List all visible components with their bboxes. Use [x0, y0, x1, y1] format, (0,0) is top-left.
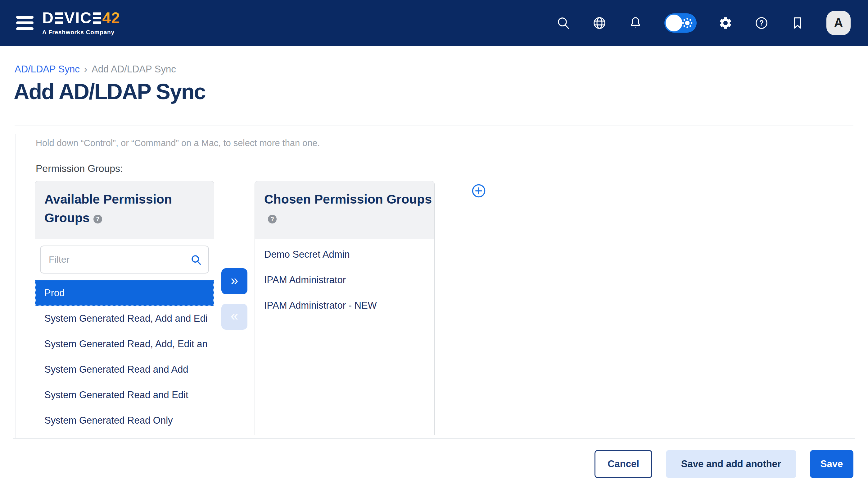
chosen-option[interactable]: Demo Secret Admin: [255, 242, 434, 267]
available-option[interactable]: System Generated Read and Add: [35, 357, 214, 382]
chosen-options: Demo Secret Admin IPAM Administrator IPA…: [255, 242, 434, 318]
brand-logo-text: D VIC 42: [42, 10, 120, 26]
chosen-option[interactable]: IPAM Administrator - NEW: [255, 293, 434, 318]
breadcrumb: AD/LDAP Sync › Add AD/LDAP Sync: [14, 64, 176, 75]
help-icon[interactable]: ?: [754, 16, 769, 30]
save-and-add-another-button[interactable]: Save and add another: [666, 450, 796, 478]
topbar-icon-row: ? A: [556, 0, 850, 46]
bookmark-icon[interactable]: [790, 16, 805, 30]
logo-e-bars-icon: [93, 12, 101, 24]
chosen-option[interactable]: IPAM Administrator: [255, 267, 434, 293]
page-title: Add AD/LDAP Sync: [14, 79, 206, 104]
permission-groups-label: Permission Groups:: [36, 163, 123, 174]
available-option-label: System Generated Read, Add, Edit an: [44, 339, 208, 350]
logo-letters-vic: VIC: [64, 10, 92, 26]
available-option[interactable]: System Generated Read Only: [35, 408, 214, 433]
globe-icon[interactable]: [592, 16, 607, 30]
move-left-chevrons: «: [231, 308, 238, 323]
available-options: Prod System Generated Read, Add and Edi …: [35, 280, 214, 433]
breadcrumb-current: Add AD/LDAP Sync: [92, 64, 176, 75]
filter-field: [40, 246, 209, 274]
toggle-knob: [665, 15, 682, 31]
available-groups-listbox: Prod System Generated Read, Add and Edi …: [35, 239, 214, 435]
available-option-label: System Generated Read and Add: [44, 364, 188, 375]
page: D VIC 42 A Freshworks Company: [0, 0, 868, 483]
available-option-label: System Generated Read Only: [44, 415, 173, 426]
logo-letter-d: D: [42, 10, 54, 26]
logo-e-bars-icon: [55, 12, 63, 24]
chosen-groups-listbox: Demo Secret Admin IPAM Administrator IPA…: [254, 239, 435, 435]
cancel-button[interactable]: Cancel: [594, 450, 652, 478]
available-groups-title: Available Permission Groups: [44, 192, 172, 225]
chosen-option-label: IPAM Administrator - NEW: [264, 300, 377, 311]
available-option-label: System Generated Read, Add and Edi: [44, 313, 208, 324]
logo-number-42: 42: [102, 10, 120, 26]
search-icon[interactable]: [556, 16, 570, 30]
chosen-help-icon[interactable]: ?: [268, 215, 277, 224]
title-divider: [14, 125, 854, 126]
move-all-right-button[interactable]: »: [221, 268, 247, 294]
avatar[interactable]: A: [827, 11, 850, 35]
help-question-glyph: ?: [760, 19, 764, 27]
available-option-label: System Generated Read and Edit: [44, 390, 188, 401]
footer-divider: [13, 438, 855, 438]
available-option[interactable]: System Generated Read and Edit: [35, 382, 214, 408]
chosen-option-label: Demo Secret Admin: [264, 249, 350, 260]
hamburger-menu-icon[interactable]: [16, 16, 34, 30]
chosen-option-label: IPAM Administrator: [264, 275, 346, 286]
bell-icon[interactable]: [628, 16, 643, 30]
breadcrumb-separator: ›: [84, 64, 87, 75]
filter-input[interactable]: [40, 246, 209, 274]
save-button[interactable]: Save: [810, 450, 854, 478]
brand-tagline: A Freshworks Company: [42, 29, 120, 36]
sun-icon: [681, 16, 694, 30]
chosen-groups-title: Chosen Permission Groups: [264, 192, 432, 206]
chosen-groups-header: Chosen Permission Groups?: [254, 181, 435, 239]
form-card-left-border: [15, 134, 16, 438]
footer-actions: Cancel Save and add another Save: [594, 450, 854, 478]
breadcrumb-link[interactable]: AD/LDAP Sync: [14, 64, 80, 75]
available-option[interactable]: Prod: [35, 280, 214, 306]
available-help-icon[interactable]: ?: [93, 215, 102, 224]
move-right-chevrons: »: [231, 273, 238, 288]
multiselect-hint: Hold down “Control”, or “Command” on a M…: [36, 138, 320, 148]
available-groups-header: Available Permission Groups?: [35, 181, 214, 239]
available-option[interactable]: System Generated Read, Add, Edit an: [35, 331, 214, 357]
available-option-label: Prod: [44, 287, 65, 299]
available-option[interactable]: System Generated Read, Add and Edi: [35, 306, 214, 331]
brand-logo[interactable]: D VIC 42 A Freshworks Company: [42, 10, 120, 36]
theme-toggle[interactable]: [664, 13, 696, 33]
move-all-left-button[interactable]: «: [221, 304, 247, 330]
add-permission-group-icon[interactable]: [471, 184, 486, 199]
top-navigation-bar: D VIC 42 A Freshworks Company: [0, 0, 868, 46]
gear-icon[interactable]: [718, 16, 733, 30]
